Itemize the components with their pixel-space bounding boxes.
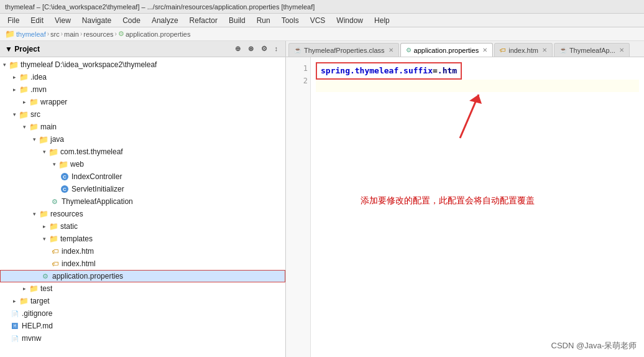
arrow-test [20,284,29,293]
icon-application-properties: ⚙ [40,271,50,281]
tab-close-thymeleafapp2[interactable]: ✕ [619,47,624,53]
icon-gitignore: 📄 [10,308,20,318]
collapse-btn[interactable]: ⊛ [246,44,256,53]
label-helpmd: HELP.md [22,322,53,330]
icon-indexcontroller: C [60,172,70,182]
tree-item-java[interactable]: 📁 java [0,133,285,146]
tree-item-static[interactable]: 📁 static [0,220,285,233]
icon-static: 📁 [48,221,58,231]
code-content[interactable]: spring.thymeleaf.suffix=.htm 添加 [311,57,644,357]
breadcrumb-main[interactable]: main [64,30,79,38]
tab-close-thymeleafprops[interactable]: ✕ [389,47,393,53]
tree-item-indexcontroller[interactable]: C IndexController [0,170,285,183]
line-number-1: 1 [288,62,308,75]
tree-item-wrapper[interactable]: 📁 wrapper [0,96,285,108]
icon-wrapper: 📁 [29,97,39,107]
label-resources: resources [50,210,83,218]
tree-item-thymeleafapp[interactable]: ⚙ ThymeleafApplication [0,195,285,208]
tree-item-application-properties[interactable]: ⚙ application.properties [0,270,285,282]
settings-btn[interactable]: ⚙ [259,44,270,53]
menu-help[interactable]: Help [369,15,395,26]
menu-analyze[interactable]: Analyze [147,15,183,26]
icon-com: 📁 [48,147,58,157]
tree-item-mvnw[interactable]: 📄 mvnw [0,332,285,345]
menu-file[interactable]: File [2,15,24,26]
arrow-thymeleaf [0,60,9,69]
tree-item-src[interactable]: 📁 src [0,108,285,121]
tree-item-index-html[interactable]: 🏷 index.html [0,257,285,270]
project-label: ▼ Project [5,45,40,53]
title-bar: thymeleaf – [C:\idea_workspace2\thymelea… [0,0,644,14]
tree-item-templates[interactable]: 📁 templates [0,233,285,245]
watermark: CSDN @Java-呆萌老师 [551,340,637,352]
menu-view[interactable]: View [50,15,76,26]
menu-build[interactable]: Build [224,15,251,26]
menu-navigate[interactable]: Navigate [77,15,116,26]
tree-item-helpmd[interactable]: 🅼 HELP.md [0,320,285,332]
breadcrumb-src[interactable]: src [50,30,60,38]
tree-item-thymeleaf[interactable]: 📁 thymeleaf D:\idea_workspace2\thymeleaf [0,58,285,71]
arrow-java [30,135,39,144]
icon-thymeleafapp: ⚙ [50,197,60,206]
arrow-mvn [10,85,19,94]
label-src: src [30,110,40,119]
tree-item-idea[interactable]: 📁 .idea [0,71,285,83]
arrow-src [10,110,19,119]
label-java: java [50,135,64,144]
tree-item-resources[interactable]: 📁 resources [0,208,285,220]
breadcrumb-props-label[interactable]: application.properties [126,30,191,38]
icon-templates: 📁 [48,234,58,244]
icon-main: 📁 [29,122,39,132]
layout-btn[interactable]: ↕ [272,44,281,53]
tab-index-htm[interactable]: 🏷 index.htm ✕ [494,43,553,57]
arrow-com [40,147,48,156]
menu-refactor[interactable]: Refactor [185,15,223,26]
menu-tools[interactable]: Tools [277,15,304,26]
menu-code[interactable]: Code [117,15,145,26]
tab-close-appprops[interactable]: ✕ [482,47,487,53]
tab-icon-indexhtm: 🏷 [500,47,506,53]
line-numbers: 1 2 [286,57,311,357]
breadcrumb-icon-folder: 📁 [5,29,15,39]
label-servletinitializer: ServletInitializer [71,185,124,193]
label-target: target [30,297,50,305]
label-main: main [40,123,57,131]
title-text: thymeleaf – [C:\idea_workspace2\thymelea… [5,3,315,11]
label-test: test [40,284,52,293]
tree-item-servletinitializer[interactable]: C ServletInitializer [0,183,285,195]
icon-idea: 📁 [19,72,29,82]
label-thymeleaf: thymeleaf D:\idea_workspace2\thymeleaf [21,60,157,69]
icon-mvnw: 📄 [10,333,20,343]
tree-item-gitignore[interactable]: 📄 .gitignore [0,307,285,320]
tree-item-target[interactable]: 📁 target [0,295,285,307]
chinese-text: 添加要修改的配置，此配置会将自动配置覆盖 [361,195,535,205]
menu-vcs[interactable]: VCS [305,15,331,26]
breadcrumb-thymeleaf[interactable]: thymeleaf [16,30,46,38]
tree-item-web[interactable]: 📁 web [0,158,285,170]
label-idea: .idea [30,73,47,81]
icon-mvn: 📁 [19,85,29,95]
project-header-right: ⊕ ⊛ ⚙ ↕ [232,44,281,53]
menu-window[interactable]: Window [331,15,368,26]
label-mvn: .mvn [30,85,47,94]
expand-all-btn[interactable]: ⊕ [232,44,243,53]
tab-application-properties[interactable]: ⚙ application.properties ✕ [400,43,494,57]
tab-thymeleafapp[interactable]: ☕ ThymeleafAp... ✕ [554,43,630,57]
tree-item-index-htm[interactable]: 🏷 index.htm [0,245,285,257]
menu-edit[interactable]: Edit [25,15,48,26]
tab-label-thymeleafapp2: ThymeleafAp... [569,47,615,54]
label-index-htm: index.htm [62,247,94,256]
menu-run[interactable]: Run [252,15,275,26]
tree-item-test[interactable]: 📁 test [0,282,285,295]
breadcrumb-props[interactable]: ⚙ [118,30,124,38]
tree-item-com[interactable]: 📁 com.test.thymeleaf [0,146,285,158]
tab-thymeleafprops-class[interactable]: ☕ ThymeleafProperties.class ✕ [288,43,399,57]
icon-src: 📁 [19,109,29,119]
icon-target: 📁 [19,296,29,306]
icon-helpmd: 🅼 [10,321,20,331]
breadcrumb-resources[interactable]: resources [83,30,113,38]
tree-item-main[interactable]: 📁 main [0,121,285,133]
label-web: web [70,160,84,169]
tree-item-mvn[interactable]: 📁 .mvn [0,83,285,96]
tab-close-indexhtm[interactable]: ✕ [542,47,547,53]
